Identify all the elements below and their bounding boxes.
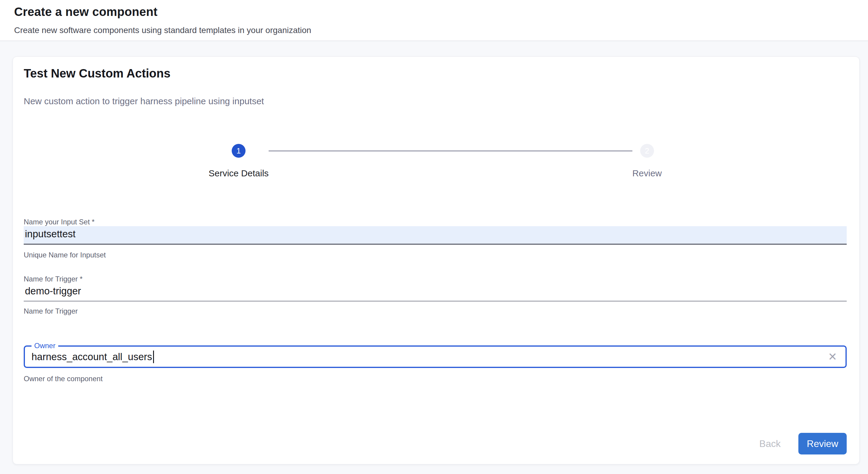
page-header: Create a new component Create new softwa… <box>0 0 868 41</box>
owner-value: harness_account_all_users <box>32 351 152 362</box>
stepper: 1 Service Details 2 Review <box>209 144 662 179</box>
input-set-name-helper: Unique Name for Inputset <box>24 251 847 259</box>
page-title: Create a new component <box>14 5 868 19</box>
input-set-name-input-wrap <box>24 226 847 245</box>
stepper-step-service-details: 1 Service Details <box>209 144 269 179</box>
field-input-set-name: Name your Input Set * Unique Name for In… <box>24 218 847 259</box>
main-content: Test New Custom Actions New custom actio… <box>0 57 868 474</box>
step-2-label: Review <box>632 168 662 179</box>
owner-input[interactable]: Owner harness_account_all_users ✕ <box>24 346 847 368</box>
input-set-name-input[interactable] <box>24 226 847 244</box>
trigger-name-input-wrap <box>24 283 847 302</box>
template-card: Test New Custom Actions New custom actio… <box>12 57 860 464</box>
card-title: Test New Custom Actions <box>24 66 847 80</box>
clear-owner-button[interactable]: ✕ <box>828 351 837 362</box>
stepper-connector <box>269 150 632 151</box>
input-set-name-label: Name your Input Set * <box>24 218 847 226</box>
step-1-label: Service Details <box>209 168 269 179</box>
clear-icon: ✕ <box>828 351 837 363</box>
back-button[interactable]: Back <box>756 438 784 449</box>
page-subtitle: Create new software components using sta… <box>14 26 868 35</box>
service-details-form: Name your Input Set * Unique Name for In… <box>24 218 847 383</box>
stepper-step-review: 2 Review <box>632 144 662 179</box>
trigger-name-helper: Name for Trigger <box>24 307 847 316</box>
trigger-name-label: Name for Trigger * <box>24 275 847 283</box>
form-actions: Back Review <box>24 433 847 454</box>
owner-label: Owner <box>32 342 58 350</box>
trigger-name-input[interactable] <box>24 283 847 301</box>
text-cursor <box>153 351 154 363</box>
review-button[interactable]: Review <box>798 433 847 454</box>
step-2-indicator: 2 <box>640 144 654 158</box>
owner-helper: Owner of the component <box>24 375 847 383</box>
field-owner: Owner harness_account_all_users ✕ Owner … <box>24 346 847 383</box>
card-subtitle: New custom action to trigger harness pip… <box>24 96 847 107</box>
field-trigger-name: Name for Trigger * Name for Trigger <box>24 275 847 316</box>
step-1-indicator: 1 <box>232 144 246 158</box>
